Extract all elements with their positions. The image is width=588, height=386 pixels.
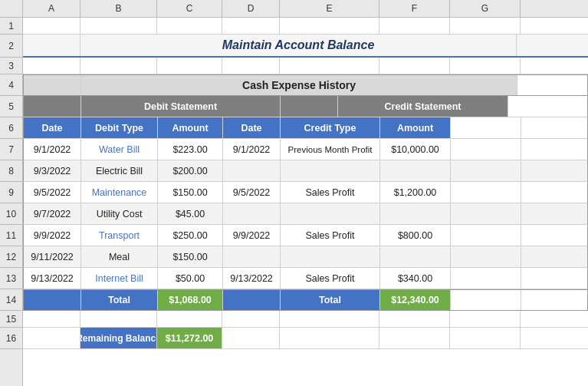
cell-date1-r11: 9/9/2022 <box>24 225 81 246</box>
data-row-1: 9/3/2022 Electric Bill $200.00 <box>23 160 588 182</box>
cell-e15 <box>222 311 280 327</box>
cell-d3 <box>157 58 222 74</box>
col-header-d: D <box>222 0 280 17</box>
row-header-15: 15 <box>0 311 22 328</box>
cell-credittype-r10 <box>281 203 380 224</box>
col-header-date2: Date <box>223 117 281 138</box>
cell-extra-r14 <box>451 290 521 310</box>
cell-g1 <box>379 18 450 34</box>
cell-credittype-r13: Sales Profit <box>281 268 380 289</box>
cell-date2-r13: 9/13/2022 <box>223 268 281 289</box>
cell-date2-r8 <box>223 160 281 181</box>
cell-debittype-r9: Maintenance <box>81 182 158 203</box>
cell-b15 <box>23 311 80 327</box>
row-header-13: 13 <box>0 268 22 289</box>
cell-credittype-r8 <box>281 160 380 181</box>
cell-f3 <box>280 58 379 74</box>
data-row-4: 9/9/2022 Transport $250.00 9/9/2022 Sale… <box>23 225 588 246</box>
remaining-label: Remaining Balance <box>80 328 157 348</box>
total-row: Total $1,068.00 Total $12,340.00 <box>23 289 588 311</box>
col-header-debit-type: Debit Type <box>81 117 158 138</box>
cell-b14 <box>24 290 81 310</box>
row-1 <box>23 18 588 35</box>
data-row-5: 9/11/2022 Meal $150.00 <box>23 246 588 268</box>
cell-extra-r8 <box>451 160 521 181</box>
cell-date1-r9: 9/5/2022 <box>24 182 81 203</box>
cell-h15 <box>450 311 521 327</box>
col-header-g: G <box>450 0 521 17</box>
row-header-14: 14 <box>0 289 22 311</box>
row-header-7: 7 <box>0 139 22 160</box>
grid: Maintain Account Balance Cash Expense Hi… <box>23 18 588 386</box>
cell-debittype-r8: Electric Bill <box>81 160 158 181</box>
cell-debittype-r13: Internet Bill <box>81 268 158 289</box>
cell-amount2-r10 <box>380 203 451 224</box>
spreadsheet-body: 1 2 3 4 5 6 7 8 9 10 11 12 13 14 15 16 <box>0 18 588 386</box>
cell-e5 <box>281 96 338 117</box>
cell-date2-r12 <box>223 246 281 267</box>
cell-c3 <box>80 58 157 74</box>
row-header-11: 11 <box>0 225 22 246</box>
cell-date1-r12: 9/11/2022 <box>24 246 81 267</box>
total-label-debit: Total <box>81 290 158 310</box>
cell-d15 <box>157 311 222 327</box>
row-5: Debit Statement Credit Statement <box>23 96 588 117</box>
cash-expense-header: Cash Expense History <box>81 75 517 95</box>
cell-amount1-r10: $45.00 <box>158 203 223 224</box>
cell-amount1-r13: $50.00 <box>158 268 223 289</box>
cell-date2-r10 <box>223 203 281 224</box>
cell-amount2-r12 <box>380 246 451 267</box>
col-header-extra <box>451 117 521 138</box>
row-3 <box>23 58 588 74</box>
col-header-credit-type: Credit Type <box>281 117 380 138</box>
credit-stmt-header: Credit Statement <box>338 96 508 117</box>
row-6: Date Debit Type Amount Date Credit Type … <box>23 117 588 139</box>
cell-amount2-r13: $340.00 <box>380 268 451 289</box>
row-header-3: 3 <box>0 58 22 74</box>
cell-h1 <box>450 18 521 34</box>
row-header-2: 2 <box>0 35 22 58</box>
data-row-2: 9/5/2022 Maintenance $150.00 9/5/2022 Sa… <box>23 182 588 203</box>
col-header-f: F <box>379 0 450 17</box>
cell-extra-r11 <box>451 225 521 246</box>
cell-amount1-r7: $223.00 <box>158 139 223 160</box>
col-header-b: B <box>80 0 157 17</box>
cell-c15 <box>80 311 157 327</box>
cell-e1 <box>222 18 280 34</box>
col-header-c: C <box>157 0 222 17</box>
cell-g3 <box>379 58 450 74</box>
cell-debittype-r11: Transport <box>81 225 158 246</box>
cell-extra-r12 <box>451 246 521 267</box>
cell-date2-r11: 9/9/2022 <box>223 225 281 246</box>
row-header-5: 5 <box>0 96 22 117</box>
cell-date1-r7: 9/1/2022 <box>24 139 81 160</box>
title-merged-cell: Maintain Account Balance <box>80 35 517 56</box>
cell-amount1-r9: $150.00 <box>158 182 223 203</box>
cell-amount2-r7: $10,000.00 <box>380 139 451 160</box>
cell-e16 <box>222 328 280 348</box>
total-label-credit: Total <box>281 290 380 310</box>
cell-h16 <box>450 328 521 348</box>
cell-credittype-r9: Sales Profit <box>281 182 380 203</box>
col-header-date1: Date <box>24 117 81 138</box>
cell-extra-r9 <box>451 182 521 203</box>
cell-credittype-r11: Sales Profit <box>281 225 380 246</box>
corner-cell <box>0 0 23 17</box>
debit-stmt-header: Debit Statement <box>81 96 281 117</box>
cell-date2-r9: 9/5/2022 <box>223 182 281 203</box>
cell-extra-r7 <box>451 139 521 160</box>
cell-extra-r10 <box>451 203 521 224</box>
cell-f16 <box>280 328 379 348</box>
col-header-amount1: Amount <box>158 117 223 138</box>
cell-amount2-r11: $800.00 <box>380 225 451 246</box>
row-header-1: 1 <box>0 18 22 35</box>
cell-amount1-r8: $200.00 <box>158 160 223 181</box>
data-row-6: 9/13/2022 Internet Bill $50.00 9/13/2022… <box>23 268 588 289</box>
col-header-e: E <box>280 0 379 17</box>
cell-date1-r13: 9/13/2022 <box>24 268 81 289</box>
row-header-10: 10 <box>0 203 22 225</box>
cell-g15 <box>379 311 450 327</box>
row-header-16: 16 <box>0 328 22 349</box>
cell-debittype-r12: Meal <box>81 246 158 267</box>
cell-b5 <box>24 96 81 117</box>
